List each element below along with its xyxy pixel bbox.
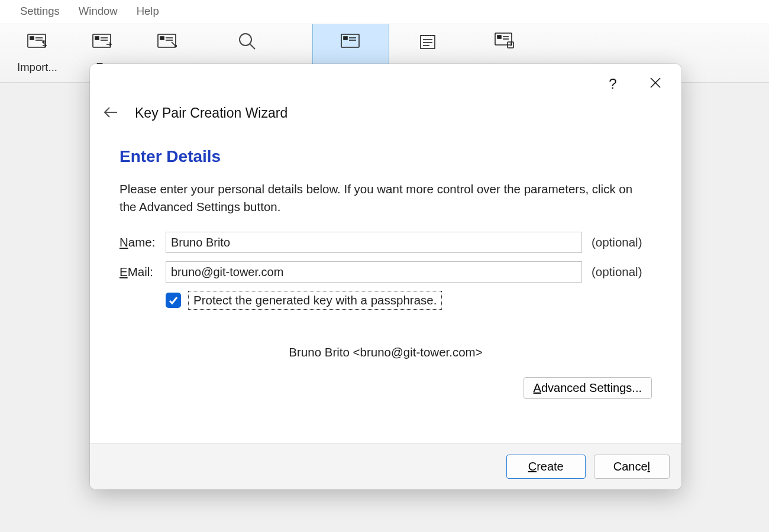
menu-help[interactable]: Help bbox=[137, 5, 159, 18]
close-icon bbox=[650, 76, 661, 92]
cancel-button[interactable]: Cancel bbox=[594, 455, 670, 479]
svg-rect-1 bbox=[30, 37, 34, 40]
dialog-header: Key Pair Creation Wizard bbox=[90, 95, 681, 122]
svg-rect-15 bbox=[344, 37, 347, 40]
name-label: Name: bbox=[119, 235, 156, 249]
svg-rect-9 bbox=[160, 37, 164, 40]
email-optional-hint: (optional) bbox=[592, 265, 652, 279]
section-title: Enter Details bbox=[119, 147, 652, 166]
name-row: Name: (optional) bbox=[119, 232, 652, 253]
key-pair-wizard-dialog: ? Key Pair Creation Wizard Enter Details… bbox=[90, 64, 681, 489]
advanced-row: Advanced Settings... bbox=[119, 377, 652, 399]
advanced-settings-button[interactable]: Advanced Settings... bbox=[524, 377, 652, 399]
passphrase-checkbox[interactable] bbox=[166, 293, 181, 308]
certify-icon bbox=[157, 31, 177, 51]
dialog-title: Key Pair Creation Wizard bbox=[135, 105, 287, 121]
import-button[interactable]: Import... bbox=[5, 24, 70, 82]
dialog-titlebar: ? bbox=[90, 64, 681, 95]
back-button[interactable] bbox=[101, 104, 121, 122]
svg-point-12 bbox=[240, 34, 251, 46]
close-button[interactable] bbox=[646, 74, 665, 93]
import-icon bbox=[27, 31, 47, 51]
svg-rect-24 bbox=[497, 35, 501, 38]
dialog-footer: Create Cancel bbox=[90, 443, 681, 489]
menu-settings[interactable]: Settings bbox=[20, 5, 60, 18]
search-icon bbox=[238, 31, 257, 51]
email-input[interactable] bbox=[166, 261, 582, 283]
import-label: Import... bbox=[17, 61, 57, 74]
email-label: EMail: bbox=[119, 265, 156, 279]
smartcard-icon bbox=[495, 31, 515, 51]
svg-rect-5 bbox=[95, 37, 99, 40]
passphrase-row: Protect the generated key with a passphr… bbox=[166, 291, 652, 310]
certificate-card-icon bbox=[341, 31, 361, 51]
arrow-left-icon bbox=[103, 104, 118, 122]
name-input[interactable] bbox=[166, 232, 582, 253]
export-icon bbox=[92, 31, 112, 51]
section-description: Please enter your personal details below… bbox=[119, 180, 652, 215]
svg-line-13 bbox=[250, 44, 255, 49]
svg-rect-18 bbox=[421, 35, 435, 48]
passphrase-label[interactable]: Protect the generated key with a passphr… bbox=[188, 291, 442, 310]
identity-preview: Bruno Brito <bruno@git-tower.com> bbox=[119, 345, 652, 359]
checkmark-icon bbox=[168, 295, 179, 306]
menu-bar: Settings Window Help bbox=[0, 0, 769, 24]
create-button[interactable]: Create bbox=[506, 455, 586, 479]
dialog-body: Enter Details Please enter your personal… bbox=[90, 122, 681, 443]
help-icon: ? bbox=[609, 76, 616, 92]
menu-window[interactable]: Window bbox=[79, 5, 118, 18]
name-optional-hint: (optional) bbox=[592, 235, 652, 249]
help-button[interactable]: ? bbox=[603, 74, 622, 93]
email-row: EMail: (optional) bbox=[119, 261, 652, 283]
notepad-icon bbox=[419, 31, 437, 51]
